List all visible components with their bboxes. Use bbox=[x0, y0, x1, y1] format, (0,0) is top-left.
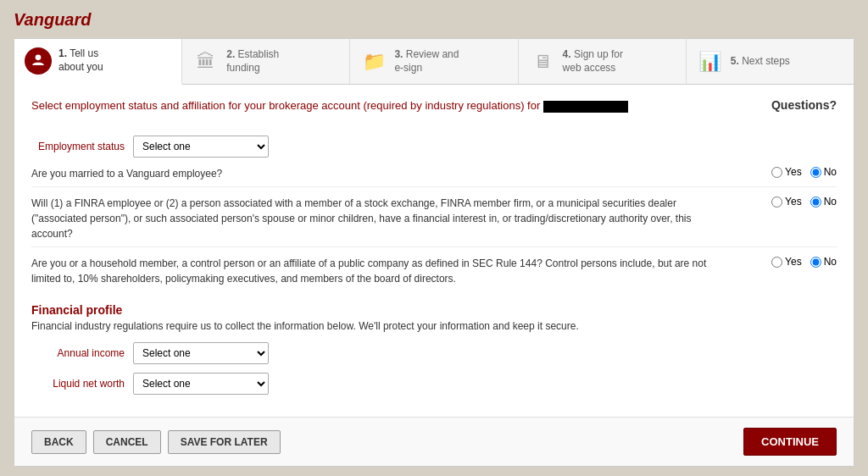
steps-bar: 1. Tell us about you 🏛 2. Establish fund… bbox=[14, 39, 854, 85]
question-finra-row: Will (1) a FINRA employee or (2) a perso… bbox=[31, 196, 837, 247]
continue-button[interactable]: CONTINUE bbox=[743, 428, 837, 456]
control-yes-radio[interactable] bbox=[771, 257, 782, 268]
question-married-row: Are you married to a Vanguard employee? … bbox=[31, 166, 837, 187]
save-for-later-button[interactable]: SAVE FOR LATER bbox=[168, 430, 281, 454]
redacted-account bbox=[543, 101, 628, 113]
section-title: Select employment status and affiliation… bbox=[31, 98, 837, 113]
married-yes-radio[interactable] bbox=[771, 167, 782, 178]
annual-income-label: Annual income bbox=[31, 347, 125, 359]
married-yes-option[interactable]: Yes bbox=[771, 166, 802, 178]
step-label-tell-about-you: 1. Tell us about you bbox=[58, 47, 103, 74]
employment-status-row: Employment status Select one Employed Se… bbox=[31, 136, 837, 158]
questions-link[interactable]: Questions? bbox=[771, 98, 837, 112]
step-label-review-esign: 3. Review and e-sign bbox=[394, 48, 459, 75]
question-control-radios: Yes No bbox=[771, 256, 837, 268]
back-button[interactable]: BACK bbox=[31, 430, 86, 454]
question-married-radios: Yes No bbox=[771, 166, 837, 178]
finra-yes-radio[interactable] bbox=[771, 196, 782, 208]
annual-income-row: Annual income Select one Under $10,000 $… bbox=[31, 342, 837, 364]
financial-section: Financial profile Financial industry reg… bbox=[31, 303, 837, 395]
employment-label: Employment status bbox=[31, 141, 125, 152]
annual-income-select[interactable]: Select one Under $10,000 $10,000–$24,999… bbox=[133, 342, 269, 364]
question-finra-radios: Yes No bbox=[771, 196, 837, 208]
financial-title: Financial profile bbox=[31, 303, 837, 317]
folder-icon: 📁 bbox=[360, 48, 387, 75]
content-area: Questions? Select employment status and … bbox=[14, 85, 854, 417]
cancel-button[interactable]: CANCEL bbox=[93, 430, 161, 454]
control-no-radio[interactable] bbox=[810, 257, 821, 268]
page-wrapper: Vanguard 1. Tell us about you bbox=[0, 0, 868, 476]
step-label-establish-funding: 2. Establish funding bbox=[226, 48, 279, 75]
married-no-option[interactable]: No bbox=[810, 166, 837, 178]
question-control-text: Are you or a household member, a control… bbox=[31, 256, 726, 286]
svg-point-0 bbox=[36, 55, 42, 61]
step-label-next-steps: 5. Next steps bbox=[731, 55, 790, 69]
control-yes-option[interactable]: Yes bbox=[771, 256, 802, 268]
employment-select[interactable]: Select one Employed Self-employed Retire… bbox=[133, 136, 269, 158]
liquid-net-worth-label: Liquid net worth bbox=[31, 378, 125, 390]
question-finra-text: Will (1) a FINRA employee or (2) a perso… bbox=[31, 196, 726, 241]
step-next-steps[interactable]: 📊 5. Next steps bbox=[687, 39, 854, 84]
finra-no-radio[interactable] bbox=[810, 196, 821, 208]
step-tell-about-you[interactable]: 1. Tell us about you bbox=[14, 39, 182, 85]
question-married-text: Are you married to a Vanguard employee? bbox=[31, 166, 222, 181]
liquid-net-worth-select[interactable]: Select one Under $10,000 $10,000–$24,999… bbox=[133, 373, 269, 395]
building-icon: 🏛 bbox=[192, 48, 220, 75]
person-icon bbox=[25, 47, 52, 75]
monitor-icon: 🖥 bbox=[529, 48, 556, 75]
footer-bar: BACK CANCEL SAVE FOR LATER CONTINUE bbox=[14, 417, 854, 466]
liquid-net-worth-row: Liquid net worth Select one Under $10,00… bbox=[31, 373, 837, 395]
vanguard-logo: Vanguard bbox=[14, 10, 854, 30]
step-label-web-access: 4. Sign up for web access bbox=[563, 48, 623, 75]
married-no-radio[interactable] bbox=[810, 167, 821, 178]
finra-yes-option[interactable]: Yes bbox=[771, 196, 802, 208]
control-no-option[interactable]: No bbox=[810, 256, 837, 268]
financial-desc: Financial industry regulations require u… bbox=[31, 320, 837, 332]
question-control-row: Are you or a household member, a control… bbox=[31, 256, 837, 291]
step-establish-funding[interactable]: 🏛 2. Establish funding bbox=[182, 39, 350, 84]
step-web-access[interactable]: 🖥 4. Sign up for web access bbox=[519, 39, 687, 84]
chart-icon: 📊 bbox=[697, 48, 724, 75]
step-review-esign[interactable]: 📁 3. Review and e-sign bbox=[350, 39, 518, 84]
finra-no-option[interactable]: No bbox=[810, 196, 837, 208]
main-card: 1. Tell us about you 🏛 2. Establish fund… bbox=[14, 38, 854, 467]
